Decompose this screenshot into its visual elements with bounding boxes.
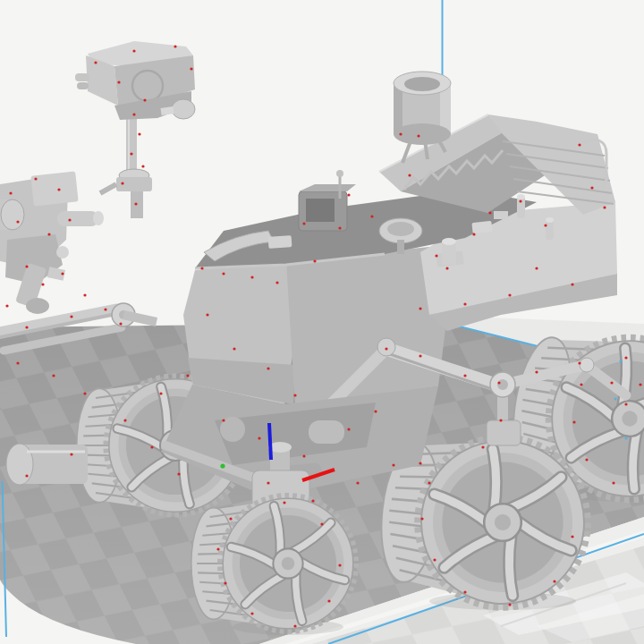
marker-dot [614, 397, 616, 400]
marker-dot [123, 419, 126, 421]
front-left-wheel [191, 496, 356, 631]
marker-dot [9, 191, 12, 194]
marker-dot [134, 202, 137, 205]
marker-dot [419, 462, 421, 464]
marker-dot [356, 481, 359, 484]
marker-dot [553, 580, 555, 582]
marker-dot [200, 267, 203, 269]
marker-dot [433, 558, 436, 561]
marker-dot [519, 199, 521, 202]
marker-dot [25, 326, 28, 328]
marker-dot [222, 272, 225, 275]
marker-dot [408, 174, 411, 176]
marker-dot [497, 381, 500, 384]
marker-dot [41, 283, 44, 285]
marker-dot [428, 481, 430, 484]
marker-dot [463, 302, 466, 305]
marker-dot [417, 134, 419, 137]
z-axis-line [269, 423, 271, 460]
marker-dot [224, 581, 226, 584]
marker-dot [590, 186, 593, 189]
marker-dot [535, 370, 538, 373]
marker-dot [159, 392, 162, 394]
marker-dot [508, 603, 511, 606]
marker-dot [313, 259, 316, 262]
marker-dot [141, 165, 144, 167]
marker-dot [250, 275, 253, 278]
marker-dot [435, 254, 437, 257]
marker-dot [16, 220, 19, 223]
marker-dot [216, 547, 219, 550]
marker-dot [52, 374, 55, 377]
marker-dot [639, 383, 641, 386]
marker-dot [121, 182, 123, 184]
marker-dot [488, 211, 491, 214]
marker-dot [61, 272, 64, 275]
marker-dot [267, 481, 269, 484]
marker-dot [16, 361, 19, 364]
marker-dot [508, 293, 511, 296]
marker-dot [174, 45, 176, 47]
marker-dot [445, 267, 448, 269]
marker-dot [624, 356, 627, 359]
marker-dot [190, 67, 192, 70]
marker-dot [186, 374, 189, 377]
marker-dot [580, 383, 582, 386]
marker-dot [302, 222, 305, 225]
marker-dot [283, 501, 285, 504]
marker-dot [311, 499, 314, 502]
marker-dot [222, 419, 225, 421]
marker-dot [481, 445, 484, 448]
marker-dot [399, 132, 402, 135]
marker-dot [5, 304, 8, 307]
marker-dot [327, 599, 330, 602]
marker-dot [83, 392, 86, 394]
marker-dot [47, 233, 50, 235]
marker-dot [610, 381, 613, 384]
3d-viewer-canvas[interactable] [0, 0, 644, 644]
marker-dot [338, 564, 341, 566]
left-axle [6, 444, 88, 485]
marker-dot [419, 354, 421, 357]
marker-dot [132, 49, 135, 52]
marker-dot [57, 188, 60, 191]
marker-dot [70, 315, 72, 318]
marker-dot [374, 410, 377, 412]
marker-dot [293, 624, 296, 627]
marker-dot [320, 522, 323, 525]
marker-dot [392, 463, 394, 466]
marker-dot [143, 98, 146, 101]
y-axis-dot [220, 463, 225, 468]
marker-dot [250, 612, 253, 614]
marker-dot [258, 436, 260, 439]
marker-dot [132, 113, 135, 115]
marker-dot [419, 307, 421, 309]
marker-dot [603, 206, 606, 208]
marker-dot [34, 177, 37, 180]
marker-dot [138, 132, 140, 135]
marker-dot [499, 419, 502, 421]
marker-dot [585, 458, 588, 461]
marker-dot [233, 347, 235, 350]
marker-dot [293, 394, 296, 396]
marker-dot [25, 265, 28, 267]
marker-dot [25, 474, 28, 477]
marker-dot [68, 218, 71, 221]
marker-dot [578, 361, 580, 364]
marker-dot [420, 517, 423, 520]
scene[interactable] [0, 0, 644, 644]
marker-dot [578, 143, 580, 146]
marker-dot [302, 454, 305, 457]
marker-dot [177, 472, 180, 475]
marker-dot [83, 293, 86, 296]
marker-dot [338, 226, 341, 229]
marker-dot [571, 535, 573, 538]
marker-dot [229, 517, 232, 520]
marker-dot [544, 224, 547, 226]
marker-dot [94, 61, 97, 64]
marker-dot [150, 445, 153, 448]
marker-dot [119, 322, 122, 325]
marker-dot [104, 308, 106, 310]
marker-dot [619, 360, 622, 362]
marker-dot [535, 267, 538, 269]
